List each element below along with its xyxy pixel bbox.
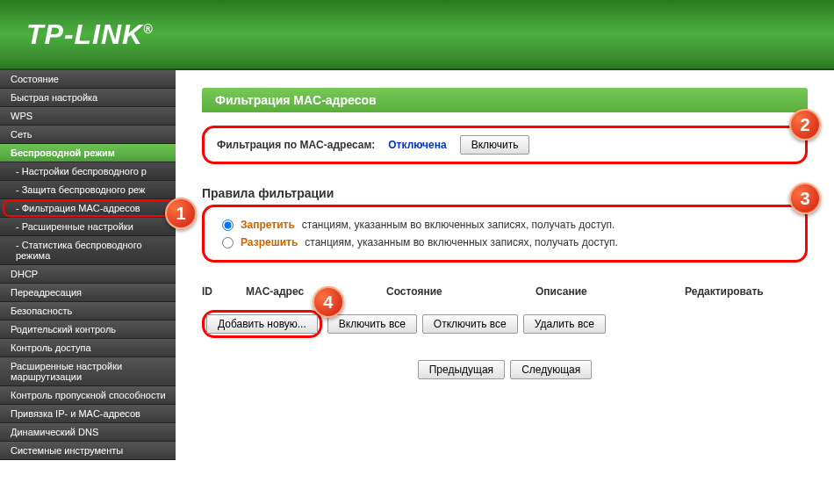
disable-all-button[interactable]: Отключить все <box>422 314 518 334</box>
rules-title: Правила фильтрации <box>202 186 808 200</box>
th-id: ID <box>202 285 246 298</box>
pagination-row: Предыдущая Следующая <box>202 360 808 379</box>
nav-advanced[interactable]: - Расширенные настройки <box>0 218 176 236</box>
rule-deny-row[interactable]: Запретить станциям, указанным во включен… <box>222 216 787 234</box>
delete-all-button[interactable]: Удалить все <box>523 314 606 334</box>
logo: TP-LINK® <box>26 18 154 51</box>
add-button-highlight: Добавить новую... 4 <box>202 310 322 338</box>
main-container: Состояние Быстрая настройка WPS Сеть Бес… <box>0 70 834 504</box>
annotation-badge-2: 2 <box>789 109 821 140</box>
annotation-badge-4: 4 <box>313 286 344 318</box>
content-area: Фильтрация MAC-адресов Фильтрация по MAC… <box>176 70 834 504</box>
th-edit: Редактировать <box>685 285 808 298</box>
nav-mac-filtering[interactable]: - Фильтрация MAC-адресов <box>0 199 176 218</box>
nav-ddns[interactable]: Динамический DNS <box>0 423 176 442</box>
annotation-badge-3: 3 <box>789 183 821 214</box>
nav-status[interactable]: Состояние <box>0 70 176 89</box>
rule-allow-row[interactable]: Разрешить станциям, указанным во включен… <box>222 234 787 251</box>
nav-network[interactable]: Сеть <box>0 126 176 144</box>
rule-deny-radio[interactable] <box>222 220 234 231</box>
add-new-button[interactable]: Добавить новую... <box>206 314 318 334</box>
next-button[interactable]: Следующая <box>510 360 592 379</box>
rule-deny-label: Запретить <box>241 219 295 231</box>
th-state: Состояние <box>386 285 536 298</box>
nav-dhcp[interactable]: DHCP <box>0 265 176 284</box>
nav-parental[interactable]: Родительский контроль <box>0 320 176 339</box>
annotation-badge-1: 1 <box>165 198 197 229</box>
filter-label: Фильтрация по MAC-адресам: <box>217 139 375 151</box>
nav-forwarding[interactable]: Переадресация <box>0 284 176 302</box>
filter-status-value: Отключена <box>388 139 446 151</box>
rule-allow-label: Разрешить <box>241 236 298 248</box>
nav-system-tools[interactable]: Системные инструменты <box>0 442 176 460</box>
nav-wireless-stats[interactable]: - Статистика беспроводного режима <box>0 236 176 265</box>
nav-ip-mac-binding[interactable]: Привязка IP- и MAC-адресов <box>0 405 176 423</box>
rule-allow-text: станциям, указанным во включенных запися… <box>305 236 618 248</box>
app-header: TP-LINK® <box>0 0 834 70</box>
rule-allow-radio[interactable] <box>222 237 234 248</box>
prev-button[interactable]: Предыдущая <box>418 360 505 379</box>
panel-title: Фильтрация MAC-адресов <box>202 88 808 112</box>
nav-wireless-security[interactable]: - Защита беспроводного реж <box>0 181 176 199</box>
rules-box: Запретить станциям, указанным во включен… <box>202 205 808 263</box>
nav-wps[interactable]: WPS <box>0 107 176 126</box>
sidebar: Состояние Быстрая настройка WPS Сеть Бес… <box>0 70 176 504</box>
nav-bandwidth[interactable]: Контроль пропускной способности <box>0 386 176 405</box>
nav-wireless[interactable]: Беспроводной режим <box>0 144 176 162</box>
rule-deny-text: станциям, указанным во включенных запися… <box>302 219 615 231</box>
enable-button[interactable]: Включить <box>460 135 530 155</box>
nav-access-control[interactable]: Контроль доступа <box>0 339 176 357</box>
nav-quick-setup[interactable]: Быстрая настройка <box>0 89 176 107</box>
nav-routing[interactable]: Расширенные настройки маршрутизации <box>0 357 176 386</box>
th-desc: Описание <box>536 285 685 298</box>
action-buttons-row: Добавить новую... 4 Включить все Отключи… <box>202 310 808 338</box>
table-header: ID MAC-адрес Состояние Описание Редактир… <box>202 280 808 303</box>
nav-security[interactable]: Безопасность <box>0 302 176 320</box>
filter-status-box: Фильтрация по MAC-адресам: Отключена Вкл… <box>202 126 808 164</box>
nav-wireless-settings[interactable]: - Настройки беспроводного р <box>0 162 176 181</box>
enable-all-button[interactable]: Включить все <box>327 314 417 334</box>
